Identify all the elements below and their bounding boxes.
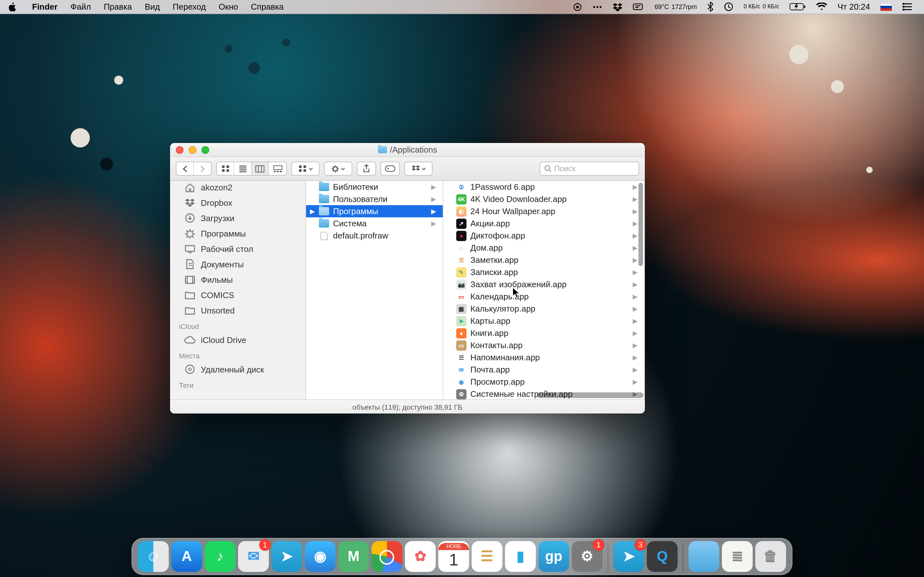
- status-dropbox-icon[interactable]: [607, 2, 628, 11]
- sidebar-item-folder[interactable]: Unsorted: [170, 303, 305, 318]
- column-item[interactable]: Система▶: [306, 218, 443, 229]
- dock-notes[interactable]: ☰: [472, 541, 502, 572]
- dock-app-gp[interactable]: gp: [538, 541, 569, 572]
- app-icon: 📷: [456, 279, 467, 290]
- app-item[interactable]: ✎Записки.app▶: [443, 266, 644, 278]
- sidebar-item-downloads[interactable]: Загрузки: [170, 210, 305, 226]
- app-item[interactable]: ☰Заметки.app▶: [443, 254, 644, 266]
- list-view-button[interactable]: [234, 162, 252, 175]
- menu-edit[interactable]: Правка: [97, 2, 138, 11]
- dock-tweetbot[interactable]: ◉: [305, 541, 336, 572]
- app-icon: ✉: [456, 364, 467, 375]
- dock-chrome[interactable]: ◯: [372, 541, 402, 572]
- status-notification-icon[interactable]: [897, 3, 918, 11]
- status-more-icon[interactable]: [587, 2, 607, 11]
- column-item[interactable]: default.profraw: [306, 229, 443, 242]
- action-button[interactable]: [324, 161, 352, 176]
- app-name[interactable]: Finder: [26, 2, 64, 11]
- dock-settings[interactable]: ⚙1: [572, 541, 603, 572]
- sidebar-item-icloud[interactable]: iCloud Drive: [170, 332, 305, 348]
- status-clock[interactable]: Чт 20:24: [832, 2, 875, 11]
- icon-view-button[interactable]: [217, 162, 234, 175]
- dock-calendar[interactable]: НОЯБ1: [438, 541, 469, 572]
- column-item[interactable]: Библиотеки▶: [306, 181, 443, 193]
- menu-go[interactable]: Переход: [166, 2, 212, 11]
- status-bluetooth-icon[interactable]: [702, 2, 719, 11]
- zoom-button[interactable]: [202, 146, 209, 154]
- sidebar-item-folder[interactable]: COMICS: [170, 287, 305, 303]
- app-item[interactable]: ☰Напоминания.app▶: [443, 351, 644, 364]
- app-item[interactable]: ▭Календарь.app▶: [443, 290, 644, 303]
- dock-books[interactable]: ▮: [505, 541, 536, 572]
- status-wifi-icon[interactable]: [811, 3, 832, 11]
- app-item[interactable]: ●Диктофон.app▶: [443, 229, 644, 242]
- sidebar-item-docs[interactable]: Документы: [170, 256, 305, 272]
- item-label: Пользователи: [333, 194, 388, 204]
- dock-telegram2[interactable]: ➤3: [614, 541, 644, 572]
- app-item[interactable]: 4K4K Video Downloader.app▶: [443, 193, 644, 205]
- sidebar-item-dropbox[interactable]: Dropbox: [170, 195, 305, 210]
- minimize-button[interactable]: [189, 146, 196, 154]
- scrollbar-vertical[interactable]: [638, 183, 643, 266]
- menu-help[interactable]: Справка: [244, 2, 290, 11]
- status-timemachine-icon[interactable]: [719, 2, 738, 11]
- apple-menu-icon[interactable]: [8, 2, 17, 11]
- dock-spotify[interactable]: ♪: [205, 541, 236, 572]
- status-language-icon[interactable]: [875, 3, 897, 11]
- dock-folder-dl[interactable]: [688, 541, 719, 572]
- menu-file[interactable]: Файл: [64, 2, 97, 11]
- dropbox-button[interactable]: [404, 161, 433, 176]
- app-item[interactable]: ⌂Дом.app▶: [443, 242, 644, 254]
- status-battery-icon[interactable]: [784, 3, 811, 11]
- sidebar-item-movies[interactable]: Фильмы: [170, 272, 305, 287]
- search-input[interactable]: [554, 164, 635, 173]
- sidebar-item-desktop[interactable]: Рабочий стол: [170, 241, 305, 256]
- app-item[interactable]: 📷Захват изображений.app▶: [443, 278, 644, 290]
- item-label: Записки.app: [470, 268, 518, 277]
- tags-button[interactable]: [381, 161, 400, 176]
- status-temperature[interactable]: 69°C 1727rpm: [649, 3, 702, 10]
- app-item[interactable]: ●Книги.app▶: [443, 327, 644, 339]
- app-item[interactable]: ▭Контакты.app▶: [443, 339, 644, 351]
- gallery-view-button[interactable]: [269, 162, 286, 175]
- sidebar-item-remote-disc[interactable]: Удаленный диск: [170, 362, 305, 377]
- forward-button[interactable]: [194, 162, 211, 175]
- menu-window[interactable]: Окно: [212, 2, 244, 11]
- status-record-icon[interactable]: [568, 2, 587, 11]
- dock-finder[interactable]: ☺: [138, 541, 169, 572]
- dock-folder-doc[interactable]: ≣: [722, 541, 753, 572]
- dock-telegram[interactable]: ➤: [271, 541, 302, 572]
- search-field[interactable]: [540, 161, 639, 176]
- titlebar[interactable]: /Applications: [170, 143, 645, 157]
- dock-mail[interactable]: ✉1: [238, 541, 269, 572]
- dock-appstore[interactable]: A: [171, 541, 202, 572]
- sidebar-item-home[interactable]: akozon2: [170, 181, 305, 195]
- column-view-button[interactable]: [252, 162, 269, 175]
- app-item[interactable]: ◐24 Hour Wallpaper.app▶: [443, 205, 644, 218]
- dock-photos[interactable]: ✿: [405, 541, 436, 572]
- back-button[interactable]: [176, 162, 194, 175]
- app-item[interactable]: ◉Просмотр.app▶: [443, 376, 644, 388]
- status-display-icon[interactable]: [628, 2, 649, 11]
- column-item[interactable]: ▶Программы▶: [306, 205, 443, 218]
- app-item[interactable]: ▦Калькулятор.app▶: [443, 303, 644, 315]
- svg-rect-27: [299, 165, 301, 168]
- app-item[interactable]: ①1Password 6.app▶: [443, 181, 644, 193]
- app-item[interactable]: ↗Акции.app▶: [443, 218, 644, 229]
- share-button[interactable]: [357, 161, 376, 176]
- dock-trash[interactable]: 🗑: [755, 541, 786, 572]
- column-item[interactable]: Пользователи▶: [306, 193, 443, 205]
- status-network[interactable]: 0 КБ/с 0 КБ/с: [738, 4, 784, 10]
- docs-icon: [184, 258, 196, 270]
- arrange-button[interactable]: [291, 161, 320, 176]
- svg-rect-18: [222, 165, 224, 168]
- app-item[interactable]: ➤Карты.app▶: [443, 315, 644, 327]
- dock-quicktime[interactable]: Q: [647, 541, 678, 572]
- close-button[interactable]: [176, 146, 184, 154]
- sidebar-item-apps[interactable]: Программы: [170, 226, 305, 241]
- scrollbar-horizontal[interactable]: [537, 392, 644, 398]
- svg-point-15: [903, 3, 905, 5]
- menu-view[interactable]: Вид: [138, 2, 166, 11]
- dock-mega[interactable]: M: [338, 541, 369, 572]
- app-item[interactable]: ✉Почта.app▶: [443, 364, 644, 376]
